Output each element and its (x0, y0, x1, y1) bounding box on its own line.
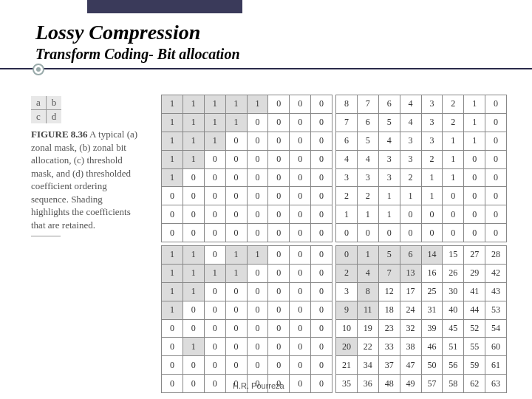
matrix-cell: 50 (421, 356, 443, 375)
matrix-cell: 0 (247, 282, 268, 301)
matrix-cell: 1 (225, 95, 247, 114)
matrix-cell: 1 (162, 264, 183, 282)
matrix-cell: 0 (204, 375, 225, 393)
matrix-cell: 0 (247, 168, 268, 187)
matrix-cell: 17 (400, 282, 421, 301)
matrix-cell: 3 (400, 150, 421, 168)
matrix-cell: 0 (268, 264, 290, 282)
horizontal-rule (0, 68, 532, 69)
matrix-cell: 18 (378, 301, 400, 319)
matrix-cell: 0 (183, 168, 204, 187)
matrix-cell: 3 (336, 282, 358, 301)
key-a: a (31, 96, 47, 110)
matrix-cell: 0 (443, 187, 464, 205)
matrix-cell: 0 (268, 246, 290, 265)
matrix-cell: 1 (357, 246, 378, 265)
matrix-cell: 1 (162, 132, 183, 150)
matrix-cell: 0 (485, 113, 507, 132)
matrix-cell: 0 (268, 150, 290, 168)
matrix-cell: 0 (268, 205, 290, 224)
matrix-cell: 2 (400, 168, 421, 187)
matrix-cell: 0 (290, 301, 311, 319)
matrix-cell: 1 (204, 113, 225, 132)
matrix-cell: 16 (421, 264, 443, 282)
matrix-cell: 0 (290, 132, 311, 150)
matrix-cell: 0 (268, 224, 290, 242)
matrix-cell: 41 (464, 282, 485, 301)
matrix-cell: 2 (443, 113, 464, 132)
matrix-cell: 0 (290, 224, 311, 242)
matrix-cell: 0 (204, 224, 225, 242)
matrix-cell: 0 (485, 95, 507, 114)
matrix-cell: 0 (204, 168, 225, 187)
matrix-cell: 54 (485, 319, 507, 338)
matrix-cell: 32 (400, 319, 421, 338)
matrix-cell: 48 (378, 375, 400, 393)
matrix-cell: 2 (336, 264, 358, 282)
matrix-cell: 1 (464, 113, 485, 132)
matrix-cell: 5 (378, 113, 400, 132)
matrix-cell: 46 (421, 338, 443, 356)
matrix-cell: 61 (485, 356, 507, 375)
matrix-cell: 0 (311, 338, 332, 356)
matrix-cell: 0 (225, 205, 247, 224)
matrix-cell: 33 (378, 338, 400, 356)
matrix-cell: 47 (400, 356, 421, 375)
matrix-cell: 58 (443, 375, 464, 393)
matrix-cell: 0 (290, 205, 311, 224)
matrix-cell: 0 (268, 282, 290, 301)
matrix-cell: 0 (225, 150, 247, 168)
matrix-cell: 63 (485, 375, 507, 393)
matrix-cell: 7 (357, 95, 378, 114)
matrix-cell: 0 (311, 224, 332, 242)
matrix-cell: 0 (225, 319, 247, 338)
caption-text: A typical (a) zonal mask, (b) zonal bit … (31, 129, 137, 231)
matrix-cell: 2 (357, 187, 378, 205)
slide-footer: H.R. Pourreza (233, 381, 284, 390)
matrix-cell: 0 (290, 187, 311, 205)
matrix-cell: 1 (183, 95, 204, 114)
matrix-d-ordering: 0156141527282471316262942381217253041439… (335, 245, 507, 393)
matrix-cell: 1 (183, 132, 204, 150)
matrix-cell: 0 (268, 168, 290, 187)
matrix-cell: 1 (421, 168, 443, 187)
matrix-cell: 1 (357, 205, 378, 224)
matrix-cell: 0 (290, 168, 311, 187)
matrix-cell: 1 (162, 95, 183, 114)
matrix-cell: 7 (336, 113, 358, 132)
matrix-cell: 1 (225, 264, 247, 282)
subfigure-key-grid: a b c d (31, 96, 61, 123)
matrix-cell: 0 (225, 356, 247, 375)
matrix-cell: 0 (183, 224, 204, 242)
matrix-cell: 1 (183, 282, 204, 301)
matrix-cell: 1 (464, 95, 485, 114)
matrix-cell: 0 (378, 224, 400, 242)
matrix-cell: 1 (162, 282, 183, 301)
matrix-cell: 0 (311, 168, 332, 187)
matrix-cell: 4 (357, 264, 378, 282)
matrix-cell: 26 (443, 264, 464, 282)
matrix-cell: 0 (204, 319, 225, 338)
matrix-cell: 28 (485, 246, 507, 265)
matrix-cell: 44 (464, 301, 485, 319)
matrix-cell: 0 (268, 301, 290, 319)
matrix-cell: 1 (378, 187, 400, 205)
matrix-cell: 0 (311, 319, 332, 338)
matrix-cell: 1 (378, 205, 400, 224)
matrix-cell: 51 (443, 338, 464, 356)
matrix-cell: 0 (204, 356, 225, 375)
matrix-cell: 1 (225, 246, 247, 265)
matrix-cell: 0 (443, 224, 464, 242)
matrix-cell: 3 (336, 168, 358, 187)
matrix-cell: 0 (464, 187, 485, 205)
matrix-cell: 45 (443, 319, 464, 338)
matrix-cell: 3 (378, 150, 400, 168)
matrix-cell: 0 (400, 224, 421, 242)
matrix-cell: 1 (204, 132, 225, 150)
matrix-cell: 42 (485, 264, 507, 282)
matrix-cell: 0 (290, 356, 311, 375)
matrix-cell: 1 (443, 168, 464, 187)
matrix-cell: 0 (290, 319, 311, 338)
matrix-cell: 0 (464, 224, 485, 242)
matrix-cell: 0 (183, 205, 204, 224)
